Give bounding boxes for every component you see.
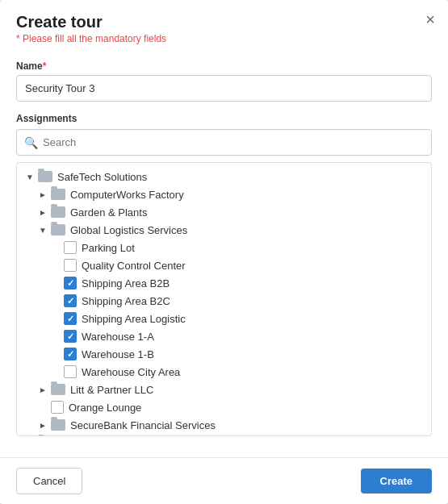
safetech-label: SafeTech Solutions (57, 171, 147, 183)
tree-item-shipping-b2c[interactable]: Shipping Area B2C (17, 292, 431, 310)
checkbox-orange-lounge[interactable] (51, 401, 64, 414)
shipping-logistic-label: Shipping Area Logistic (82, 313, 186, 325)
checkbox-warehouse-city[interactable] (64, 365, 77, 378)
tree-item-safetech-springfield[interactable]: ► SafeTech Solutions Springfield West (17, 434, 431, 436)
create-button[interactable]: Create (361, 469, 432, 494)
cancel-button[interactable]: Cancel (16, 468, 82, 494)
assignments-label: Assignments (16, 113, 432, 124)
securebank-label: SecureBank Financial Services (70, 419, 216, 431)
checkbox-qcc[interactable] (64, 259, 77, 272)
checkbox-parking[interactable] (64, 241, 77, 254)
modal-subtitle: * Please fill all the mandatory fields (16, 33, 432, 44)
tree-item-computerworks[interactable]: ► ComputerWorks Factory (17, 185, 431, 203)
litt-partner-label: Litt & Partner LLC (70, 384, 153, 396)
folder-safetech-icon (38, 171, 52, 182)
modal-body: Name* Assignments 🔍 ▼ SafeTech Solutions… (0, 51, 448, 457)
tree-item-garden[interactable]: ► Garden & Plants (17, 203, 431, 221)
expand-securebank-icon[interactable]: ► (36, 419, 49, 431)
assignments-tree: ▼ SafeTech Solutions ► ComputerWorks Fac… (16, 162, 432, 436)
orange-lounge-label: Orange Lounge (69, 402, 141, 414)
checkbox-warehouse-1a[interactable] (64, 330, 77, 343)
tree-item-litt-partner[interactable]: ► Litt & Partner LLC (17, 381, 431, 398)
folder-litt-partner-icon (51, 384, 65, 395)
global-logistics-label: Global Logistics Services (70, 224, 187, 236)
expand-garden-icon[interactable]: ► (36, 206, 49, 219)
name-input[interactable] (16, 75, 432, 102)
tree-item-global-logistics[interactable]: ▼ Global Logistics Services (17, 221, 431, 239)
checkbox-shipping-b2c[interactable] (64, 294, 77, 307)
expand-safetech-icon[interactable]: ▼ (23, 170, 36, 183)
modal-footer: Cancel Create (0, 457, 448, 504)
shipping-b2b-label: Shipping Area B2B (82, 277, 170, 289)
tree-item-warehouse-city[interactable]: Warehouse City Area (17, 363, 431, 381)
name-label: Name* (16, 60, 432, 72)
folder-garden-icon (51, 206, 65, 218)
expand-litt-partner-icon[interactable]: ► (36, 383, 49, 396)
expand-computerworks-icon[interactable]: ► (36, 188, 49, 201)
garden-label: Garden & Plants (70, 206, 147, 219)
folder-global-logistics-icon (51, 224, 65, 235)
checkbox-warehouse-1b[interactable] (64, 348, 77, 360)
tree-item-warehouse-1b[interactable]: Warehouse 1-B (17, 345, 431, 363)
folder-computerworks-icon (51, 189, 65, 200)
qcc-label: Quality Control Center (82, 260, 186, 272)
tree-item-shipping-b2b[interactable]: Shipping Area B2B (17, 274, 431, 292)
tree-item-parking[interactable]: Parking Lot (17, 239, 431, 256)
tree-item-warehouse-1a[interactable]: Warehouse 1-A (17, 327, 431, 345)
folder-securebank-icon (51, 419, 65, 431)
search-input[interactable] (16, 129, 432, 156)
close-button[interactable]: × (425, 11, 435, 27)
modal-title: Create tour (16, 13, 432, 31)
warehouse-1b-label: Warehouse 1-B (82, 348, 154, 360)
search-container: 🔍 (16, 129, 432, 156)
checkbox-shipping-logistic[interactable] (64, 312, 77, 325)
search-icon: 🔍 (24, 136, 38, 149)
expand-global-logistics-icon[interactable]: ▼ (36, 223, 49, 236)
parking-label: Parking Lot (82, 242, 135, 254)
checkbox-shipping-b2b[interactable] (64, 277, 77, 289)
shipping-b2c-label: Shipping Area B2C (82, 295, 170, 307)
create-tour-modal: Create tour * Please fill all the mandat… (0, 0, 448, 504)
tree-item-shipping-logistic[interactable]: Shipping Area Logistic (17, 310, 431, 327)
tree-item-qcc[interactable]: Quality Control Center (17, 256, 431, 274)
computerworks-label: ComputerWorks Factory (70, 189, 184, 201)
modal-header: Create tour * Please fill all the mandat… (0, 0, 448, 51)
tree-item-securebank[interactable]: ► SecureBank Financial Services (17, 416, 431, 434)
tree-item-safetech[interactable]: ▼ SafeTech Solutions (17, 168, 431, 185)
tree-item-orange-lounge[interactable]: Orange Lounge (17, 398, 431, 416)
warehouse-city-label: Warehouse City Area (82, 366, 180, 378)
warehouse-1a-label: Warehouse 1-A (82, 331, 154, 343)
